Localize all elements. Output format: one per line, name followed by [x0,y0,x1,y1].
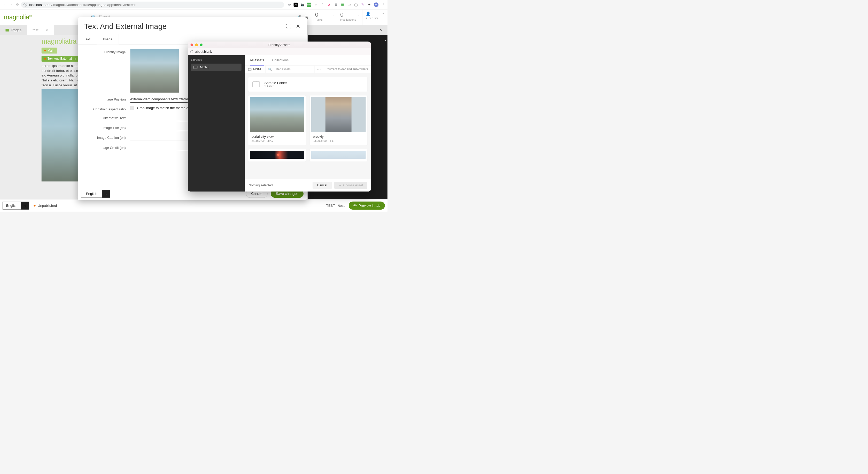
choose-asset-button[interactable]: → Choose Asset [334,182,367,189]
frontify-footer: Nothing selected Cancel → Choose Asset [245,179,371,191]
publication-status: Unpublished [34,204,57,208]
browser-menu-icon[interactable]: ⋮ [381,3,385,7]
area-chip-main[interactable]: Main [41,48,57,54]
library-item-mgnl[interactable]: MGNL [191,64,242,71]
brand-logo[interactable]: magnolia® [0,9,87,25]
component-chip-text-external-image[interactable]: Text And External Im [41,56,79,62]
pages-icon [5,29,9,32]
dialog-language-label: English [82,192,102,196]
popup-titlebar: Frontify Assets [188,41,371,48]
tab-test[interactable]: test ✕ [27,25,54,35]
asset-thumbnail [250,97,304,132]
asset-format: JPG [268,139,273,142]
extensions-puzzle-icon[interactable]: ✦ [367,3,371,7]
frontify-image-preview[interactable] [130,49,179,93]
site-info-icon: i [190,50,193,53]
extension-chat-icon[interactable]: ▭ [347,3,351,7]
eye-icon: 👁 [353,204,357,208]
field-label-alt-text: Alternative Text [84,115,130,120]
library-icon [248,68,251,71]
asset-card-brooklyn[interactable]: brooklyn 2333x3500 JPG [309,95,367,146]
forward-button[interactable]: → [8,2,14,7]
extension-device-icon[interactable]: ▯ [320,3,324,7]
sidebar-heading-libraries: Libraries [191,58,242,61]
status-dot [34,205,36,207]
extension-cors-icon[interactable]: cors [307,3,311,7]
svg-point-1 [306,16,307,17]
close-workspace-icon[interactable]: ✕ [380,28,383,33]
back-button[interactable]: ← [2,2,7,7]
site-info-icon[interactable]: i [24,3,27,6]
tab-test-label: test [33,28,38,32]
asset-card-aerial-city-view[interactable]: aerial-city-view 3500x2333 JPG [248,95,306,146]
field-label-constrain: Constrain aspect ratio [84,106,130,111]
svg-point-5 [307,17,308,18]
asset-card-partial-2[interactable] [309,149,367,161]
extension-camera-icon[interactable]: 📷 [300,3,304,7]
expand-icon[interactable]: ⛶ [286,24,291,29]
extension-jb-icon[interactable]: JB [294,3,298,7]
address-bar[interactable]: i localhost:8080/.magnolia/admincentral#… [21,2,284,8]
asset-dimensions: 2333x3500 [313,139,327,142]
bookmark-star-icon[interactable]: ☆ [287,2,291,7]
breadcrumb-mgnl[interactable]: MGNL [245,66,265,73]
field-label-image-credit: Image Credit (en) [84,145,130,150]
folder-item-sample-folder[interactable]: Sample Folder 1 Asset [248,77,368,92]
cancel-button[interactable]: Cancel [313,182,332,189]
frontify-asset-picker: Frontify Assets i about:blank Libraries … [188,41,371,191]
arrow-right-icon: → [338,183,341,187]
field-label-image-caption: Image Caption (en) [84,135,130,140]
tab-pages-label: Pages [11,28,22,32]
extension-vue-icon[interactable]: ▿ [314,3,318,7]
asset-format: JPG [329,139,334,142]
asset-card-partial-1[interactable] [248,149,306,161]
scope-selector[interactable]: Current folder and sub-folders [324,66,371,73]
tab-collections[interactable]: Collections [272,55,288,65]
asset-thumbnail [311,151,366,159]
filter-options-button[interactable]: ▽ ⌄ [314,66,324,73]
profile-avatar[interactable]: R [374,2,378,7]
language-selector-page[interactable]: English ⌄ [3,202,29,209]
preview-in-tab-button[interactable]: 👁 Preview in tab [349,202,385,210]
folder-icon [252,81,260,87]
field-label-image-position: Image Position [84,96,130,101]
tab-pages[interactable]: Pages [0,25,27,35]
user-label: superuser [366,16,378,19]
extension-merge-icon[interactable]: ⧖ [327,3,331,7]
page-path: TEST - /test [326,204,344,208]
choose-asset-label: Choose Asset [343,183,363,187]
funnel-icon: ▽ [317,68,318,70]
tasks-indicator[interactable]: 0⌄ Tasks [312,9,337,25]
user-icon: 👤 [366,11,371,17]
tasks-count: 0 [315,11,318,18]
close-icon[interactable]: ✕ [296,23,301,29]
extension-circle-icon[interactable]: ◯ [354,3,358,7]
chevron-down-icon: ⌄ [102,190,110,198]
tab-all-assets[interactable]: All assets [250,55,264,65]
status-label: Unpublished [38,204,57,208]
asset-dimensions: 3500x2333 [252,139,265,142]
extension-table-icon[interactable]: ⊞ [334,3,338,7]
constrain-description: Crop image to match the theme of t [137,106,191,110]
dialog-tab-text[interactable]: Text [78,34,97,45]
preview-button-label: Preview in tab [359,204,380,208]
extension-sheets-icon[interactable]: ▦ [340,3,345,7]
field-label-image-title: Image Title (en) [84,125,130,130]
reload-button[interactable]: ⟳ [15,2,20,7]
field-label-frontify-image: Frontify Image [84,49,130,54]
popup-address-bar[interactable]: i about:blank [188,48,371,55]
chevron-down-icon: ⌄ [357,13,359,16]
constrain-checkbox[interactable] [130,106,134,110]
dialog-tab-image[interactable]: Image [97,34,119,45]
user-menu[interactable]: 👤⌄ superuser [363,9,388,25]
language-selector-dialog[interactable]: English ⌄ [81,190,110,198]
tasks-label: Tasks [315,18,334,22]
extension-wand-icon[interactable]: ✎ [361,3,365,7]
chevron-right-icon[interactable]: › [385,38,386,42]
filter-assets-input[interactable]: 🔍 Filter assets [266,66,315,73]
close-icon[interactable]: ✕ [45,28,48,32]
filter-placeholder: Filter assets [274,68,291,71]
popup-title: Frontify Assets [188,43,371,47]
frontify-sidebar: Libraries MGNL [188,55,245,191]
notifications-indicator[interactable]: 0⌄ Notifications [337,9,362,25]
